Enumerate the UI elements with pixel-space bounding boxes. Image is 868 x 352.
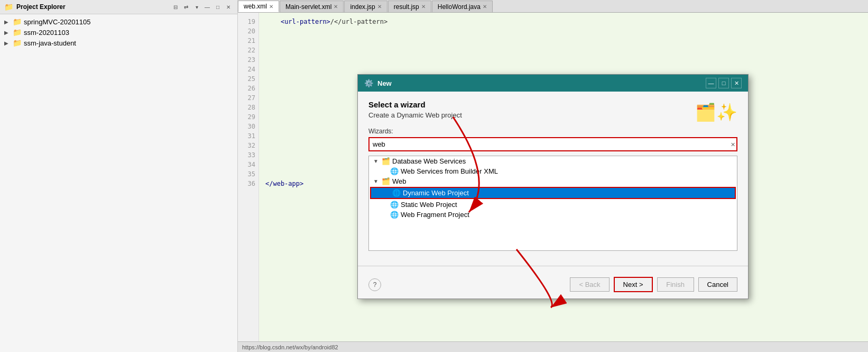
line-num-32: 32 xyxy=(241,141,255,150)
back-button[interactable]: < Back xyxy=(570,277,609,292)
close-tab-helloword-java[interactable]: ✕ xyxy=(483,4,487,10)
project-tree: ▶ 📁 springMVC-20201105 ▶ 📁 ssm-20201103 … xyxy=(0,14,237,352)
minimize-button[interactable]: — xyxy=(202,2,212,12)
tree-arrow-ssm20201103: ▶ xyxy=(4,30,11,35)
editor-tab-bar: web.xml ✕ Main-servlet.xml ✕ index.jsp ✕… xyxy=(238,0,868,13)
sidebar-header: 📁 Project Explorer ⊟ ⇄ ▾ — □ ✕ xyxy=(0,0,237,14)
back-button-label: < Back xyxy=(579,281,600,288)
close-tab-index-jsp[interactable]: ✕ xyxy=(377,4,382,10)
close-sidebar-button[interactable]: ✕ xyxy=(224,2,233,12)
close-tab-main-servlet[interactable]: ✕ xyxy=(334,4,338,10)
wt-item-static-web-project[interactable]: 🌐 Static Web Project xyxy=(369,200,737,210)
project-label-springmvc: springMVC-20201105 xyxy=(24,18,90,26)
line-num-23: 23 xyxy=(241,55,255,65)
wt-icon-database: 🗂️ xyxy=(382,157,390,165)
status-bar: https://blog.csdn.net/wx/by/android82 xyxy=(238,341,868,352)
wt-item-web-services-builder[interactable]: 🌐 Web Services from Builder XML xyxy=(369,166,737,176)
dialog-subheading: Create a Dynamic Web project xyxy=(368,111,462,119)
help-icon: ? xyxy=(373,281,377,288)
project-explorer-panel: 📁 Project Explorer ⊟ ⇄ ▾ — □ ✕ ▶ 📁 sprin… xyxy=(0,0,238,352)
wizard-search-input[interactable] xyxy=(368,137,737,151)
wt-icon-web-group: 🗂️ xyxy=(382,177,390,185)
close-tab-web-xml[interactable]: ✕ xyxy=(269,4,273,10)
tab-web-xml[interactable]: web.xml ✕ xyxy=(238,1,279,12)
collapse-all-button[interactable]: ⊟ xyxy=(171,2,180,12)
tab-index-jsp[interactable]: index.jsp ✕ xyxy=(344,1,387,12)
project-icon-ssm-java-student: 📁 xyxy=(13,39,22,47)
line-num-31: 31 xyxy=(241,131,255,141)
tab-main-servlet[interactable]: Main-servlet.xml ✕ xyxy=(280,1,344,12)
tree-arrow-ssm-java-student: ▶ xyxy=(4,40,11,46)
tab-result-jsp[interactable]: result.jsp ✕ xyxy=(388,1,431,12)
code-line-22 xyxy=(265,46,862,55)
wt-label-web-group: Web xyxy=(392,177,407,185)
wt-arrow-web: ▼ xyxy=(373,178,380,184)
tab-label-web-xml: web.xml xyxy=(244,3,267,10)
dialog-body: Select a wizard Create a Dynamic Web pro… xyxy=(358,92,748,259)
dialog-separator xyxy=(358,266,748,266)
dialog-maximize-button[interactable]: □ xyxy=(718,78,729,88)
tree-arrow-springmvc: ▶ xyxy=(4,19,11,25)
tab-label-index-jsp: index.jsp xyxy=(350,3,375,11)
dialog-header-text: Select a wizard Create a Dynamic Web pro… xyxy=(368,100,462,128)
dialog-heading: Select a wizard xyxy=(368,100,462,109)
close-tab-result-jsp[interactable]: ✕ xyxy=(421,4,426,10)
sidebar-title: Project Explorer xyxy=(16,3,168,11)
dialog-close-button[interactable]: ✕ xyxy=(731,78,742,88)
wt-label-database: Database Web Services xyxy=(392,157,466,165)
wt-icon-dynamic: 🌐 xyxy=(392,189,401,197)
line-num-35: 35 xyxy=(241,169,255,179)
wt-group-database-web-services[interactable]: ▼ 🗂️ Database Web Services xyxy=(369,156,737,166)
tab-label-helloword-java: HelloWord.java xyxy=(438,3,481,11)
wt-item-dynamic-web-project-wrapper: 🌐 Dynamic Web Project xyxy=(370,187,736,199)
wt-group-web[interactable]: ▼ 🗂️ Web xyxy=(369,176,737,186)
status-url: https://blog.csdn.net/wx/by/android82 xyxy=(242,344,338,350)
wt-item-web-fragment[interactable]: 🌐 Web Fragment Project xyxy=(369,210,737,220)
wt-arrow-database: ▼ xyxy=(373,158,380,164)
search-clear-icon[interactable]: ✕ xyxy=(731,141,735,148)
line-num-25: 25 xyxy=(241,74,255,84)
tab-label-main-servlet: Main-servlet.xml xyxy=(285,3,331,11)
line-num-21: 21 xyxy=(241,36,255,46)
maximize-button[interactable]: □ xyxy=(213,2,223,12)
cancel-button[interactable]: Cancel xyxy=(698,277,737,292)
dialog-footer: ? < Back Next > Finish Cancel xyxy=(358,273,748,299)
wt-icon-fragment: 🌐 xyxy=(390,211,399,219)
tree-item-ssm20201103[interactable]: ▶ 📁 ssm-20201103 xyxy=(0,27,237,38)
wizards-tree: ▼ 🗂️ Database Web Services 🌐 Web Service… xyxy=(368,156,737,251)
tree-item-ssm-java-student[interactable]: ▶ 📁 ssm-java-student xyxy=(0,38,237,48)
project-icon-ssm20201103: 📁 xyxy=(13,28,22,37)
line-num-27: 27 xyxy=(241,93,255,103)
next-button[interactable]: Next > xyxy=(614,277,653,292)
dialog-title: New xyxy=(377,79,701,87)
cancel-button-label: Cancel xyxy=(707,281,728,288)
next-button-label: Next > xyxy=(623,281,643,288)
project-label-ssm20201103: ssm-20201103 xyxy=(24,29,69,37)
line-num-28: 28 xyxy=(241,103,255,112)
help-button[interactable]: ? xyxy=(368,278,381,291)
tree-item-springmvc[interactable]: ▶ 📁 springMVC-20201105 xyxy=(0,16,237,27)
line-num-34: 34 xyxy=(241,160,255,169)
dialog-titlebar: ⚙️ New — □ ✕ xyxy=(358,75,748,92)
code-line-21 xyxy=(265,36,862,46)
line-num-29: 29 xyxy=(241,112,255,122)
view-menu-button[interactable]: ▾ xyxy=(192,2,201,12)
wt-label-static: Static Web Project xyxy=(401,201,457,209)
line-num-36: 36 xyxy=(241,179,255,188)
tab-label-result-jsp: result.jsp xyxy=(394,3,419,11)
line-num-20: 20 xyxy=(241,26,255,36)
new-wizard-dialog: ⚙️ New — □ ✕ Select a wizard Create a Dy… xyxy=(357,74,749,299)
line-num-19: 19 xyxy=(241,17,255,26)
line-numbers: 19 20 21 22 23 24 25 26 27 28 29 30 31 3… xyxy=(238,13,259,341)
code-line-24 xyxy=(265,65,862,74)
finish-button[interactable]: Finish xyxy=(657,277,694,292)
link-editor-button[interactable]: ⇄ xyxy=(181,2,191,12)
dialog-minimize-button[interactable]: — xyxy=(706,78,716,88)
finish-button-label: Finish xyxy=(666,281,685,288)
wt-label-dynamic: Dynamic Web Project xyxy=(403,189,469,197)
tab-helloword-java[interactable]: HelloWord.java ✕ xyxy=(432,1,493,12)
project-label-ssm-java-student: ssm-java-student xyxy=(24,39,76,47)
wizard-search-container: ✕ xyxy=(368,137,737,151)
wt-item-dynamic-web-project[interactable]: 🌐 Dynamic Web Project xyxy=(371,188,735,198)
line-num-26: 26 xyxy=(241,84,255,93)
